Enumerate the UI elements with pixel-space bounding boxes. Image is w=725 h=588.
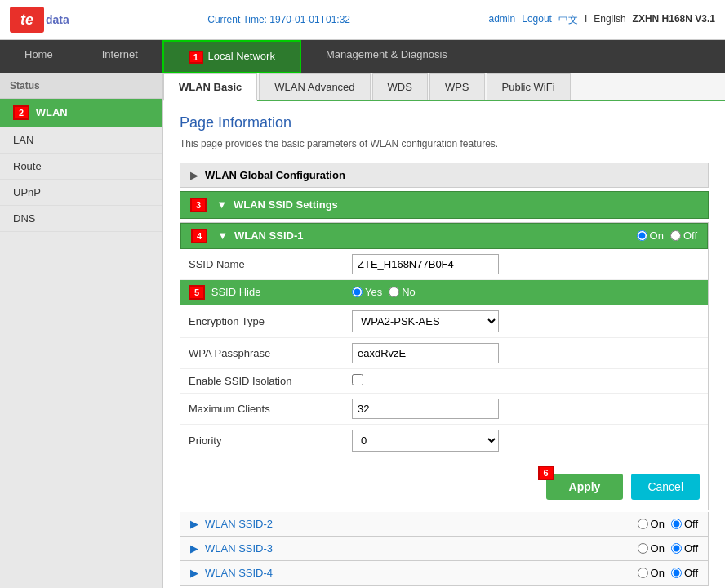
cancel-button[interactable]: Cancel [631, 474, 700, 500]
sidebar-item-dns[interactable]: DNS [0, 206, 162, 232]
current-time-display: Current Time: 1970-01-01T01:32 [207, 14, 350, 25]
ssid4-row[interactable]: ▶ WLAN SSID-4 On Off [180, 561, 709, 586]
ssid-settings-arrow: ▼ [216, 198, 227, 211]
ssid-hide-no-radio[interactable] [389, 287, 399, 297]
ssid4-off-radio[interactable] [671, 568, 682, 578]
ssid-hide-yes-radio[interactable] [352, 287, 362, 297]
sidebar-item-upnp[interactable]: UPnP [0, 180, 162, 206]
ssid3-label: WLAN SSID-3 [205, 542, 273, 555]
max-clients-row: Maximum Clients [180, 393, 708, 424]
ssid1-left: 4 ▼ WLAN SSID-1 [191, 229, 304, 243]
ssid3-row[interactable]: ▶ WLAN SSID-3 On Off [180, 537, 709, 561]
ssid2-off-label[interactable]: Off [671, 518, 698, 530]
encryption-row: Encryption Type WPA2-PSK-AES WPA-PSK-TKI… [180, 305, 708, 337]
ssid1-on-radio[interactable] [637, 230, 647, 241]
lang-zh[interactable]: 中文 [558, 13, 578, 27]
ssid2-off-radio[interactable] [671, 519, 682, 529]
nav-internet[interactable]: Internet [78, 40, 162, 74]
ssid1-off-radio[interactable] [670, 230, 681, 241]
ssid4-toggle: On Off [638, 567, 698, 579]
sidebar-section-title: Status [0, 74, 162, 99]
header: te data Current Time: 1970-01-01T01:32 a… [0, 0, 725, 40]
ssid-name-input[interactable] [352, 254, 499, 274]
tab-wds[interactable]: WDS [372, 74, 428, 100]
logout-link[interactable]: Logout [522, 13, 552, 27]
nav-management[interactable]: Management & Diagnosis [301, 40, 472, 74]
ssid-hide-label: 5 SSID Hide [180, 279, 344, 305]
tab-wlan-basic[interactable]: WLAN Basic [163, 74, 257, 101]
lang-en[interactable]: English [594, 13, 625, 27]
ssid3-off-text: Off [684, 542, 698, 555]
max-clients-field-cell [344, 393, 708, 424]
priority-row: Priority 0 1 2 3 [180, 424, 708, 457]
max-clients-label: Maximum Clients [180, 393, 344, 424]
ssid-hide-row: 5 SSID Hide Yes No [180, 279, 708, 305]
ssid-hide-no-text: No [402, 286, 416, 298]
ssid3-on-radio[interactable] [638, 543, 648, 554]
ssid1-badge: 4 [191, 229, 207, 243]
ssid-hide-label-text: SSID Hide [211, 286, 261, 298]
ssid1-on-label[interactable]: On [637, 229, 664, 242]
ssid-name-label: SSID Name [180, 249, 344, 280]
ssid4-arrow: ▶ [190, 567, 198, 579]
ssid2-row[interactable]: ▶ WLAN SSID-2 On Off [180, 512, 709, 537]
ssid-settings-badge: 3 [190, 198, 207, 212]
ssid-name-field-cell [344, 249, 708, 280]
apply-btn-wrapper: 6 Apply [546, 474, 624, 500]
admin-link[interactable]: admin [489, 13, 516, 27]
time-label: Current Time: [207, 14, 267, 25]
ssid1-off-text: Off [683, 229, 697, 242]
wlan-global-header[interactable]: ▶ WLAN Global Configuration [180, 163, 709, 188]
ssid2-label: WLAN SSID-2 [205, 518, 273, 530]
ssid2-on-label[interactable]: On [638, 518, 665, 530]
ssid1-arrow: ▼ [217, 229, 228, 242]
ssid1-button-row: 6 Apply Cancel [180, 467, 708, 510]
nav-local-network[interactable]: 1 Local Network [162, 40, 301, 74]
priority-select[interactable]: 0 1 2 3 [352, 430, 499, 452]
ssid4-off-label[interactable]: Off [671, 567, 698, 579]
nav-badge-1: 1 [189, 51, 203, 64]
time-value: 1970-01-01T01:32 [269, 14, 350, 25]
tab-wps[interactable]: WPS [429, 74, 485, 100]
tab-public-wifi[interactable]: Public WiFi [487, 74, 571, 100]
tab-wlan-advanced[interactable]: WLAN Advanced [259, 74, 370, 100]
ssid3-off-label[interactable]: Off [671, 542, 698, 555]
encryption-select[interactable]: WPA2-PSK-AES WPA-PSK-TKIP WPA-PSK-AES No… [352, 310, 499, 332]
sidebar-item-wlan[interactable]: 2 WLAN [0, 99, 162, 127]
logo: te data [10, 7, 69, 33]
page-content: Page Information This page provides the … [163, 101, 725, 588]
ssid-hide-badge: 5 [189, 285, 205, 300]
ssid2-on-radio[interactable] [638, 519, 648, 529]
sidebar-wlan-badge: 2 [13, 105, 29, 120]
encryption-label: Encryption Type [180, 305, 344, 337]
sidebar-item-lan[interactable]: LAN [0, 127, 162, 154]
isolation-field-cell [344, 368, 708, 393]
isolation-checkbox[interactable] [352, 374, 363, 385]
ssid4-on-label[interactable]: On [638, 567, 665, 579]
ssid-name-row: SSID Name [180, 249, 708, 280]
isolation-label: Enable SSID Isolation [180, 368, 344, 393]
ssid2-off-text: Off [684, 518, 698, 530]
sidebar: Status 2 WLAN LAN Route UPnP DNS [0, 74, 163, 588]
ssid-hide-no-label[interactable]: No [389, 286, 416, 298]
apply-button[interactable]: Apply [546, 474, 624, 500]
ssid2-toggle: On Off [638, 518, 698, 530]
ssid2-arrow: ▶ [190, 518, 198, 530]
ssid1-on-text: On [650, 229, 664, 242]
sidebar-wlan-label: WLAN [36, 106, 68, 118]
wlan-global-arrow: ▶ [190, 169, 198, 181]
wlan-global-title: WLAN Global Configuration [205, 169, 345, 181]
ssid-hide-yes-label[interactable]: Yes [352, 286, 382, 298]
wpa-input[interactable] [352, 343, 499, 363]
tabs: WLAN Basic WLAN Advanced WDS WPS Public … [163, 74, 725, 101]
max-clients-input[interactable] [352, 399, 499, 419]
ssid3-on-label[interactable]: On [638, 542, 665, 555]
ssid4-label: WLAN SSID-4 [205, 567, 273, 579]
ssid1-off-label[interactable]: Off [670, 229, 697, 242]
nav-home[interactable]: Home [0, 40, 78, 74]
ssid4-on-radio[interactable] [638, 568, 648, 578]
sidebar-item-route[interactable]: Route [0, 154, 162, 180]
page-description: This page provides the basic parameters … [180, 138, 709, 149]
ssid-settings-header[interactable]: 3 ▼ WLAN SSID Settings [180, 191, 709, 219]
ssid3-off-radio[interactable] [671, 543, 682, 554]
